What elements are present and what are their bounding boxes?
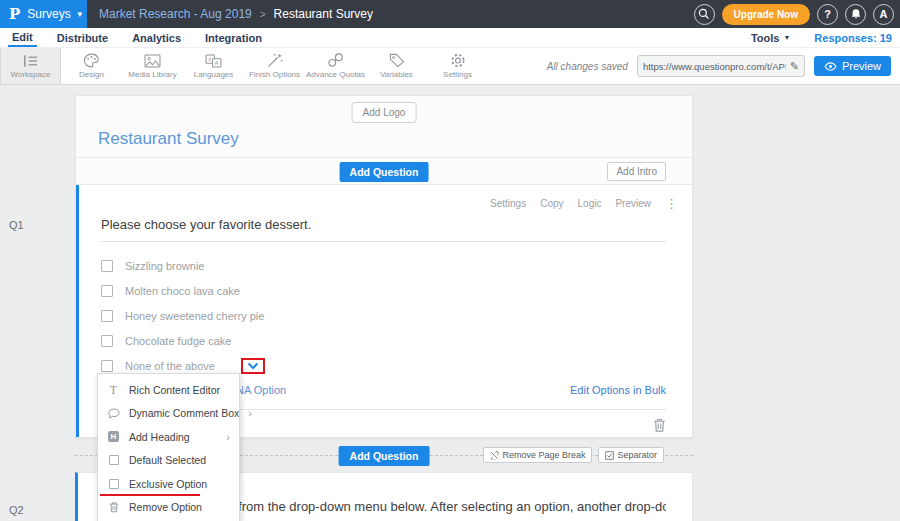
checkbox-icon bbox=[107, 479, 120, 489]
menu-item-add-heading[interactable]: H Add Heading › bbox=[98, 425, 239, 449]
option-row: Molten choco lava cake bbox=[101, 284, 666, 297]
na-option-link[interactable]: NA Option bbox=[236, 384, 286, 396]
tab-integration[interactable]: Integration bbox=[201, 28, 266, 47]
chevron-down-icon: ▼ bbox=[783, 34, 790, 41]
edit-options-in-bulk-link[interactable]: Edit Options in Bulk bbox=[570, 384, 666, 396]
checkbox[interactable] bbox=[101, 310, 113, 322]
editor-toolbar: Workspace Design Media Library xA Langua… bbox=[0, 48, 900, 85]
option-menu-toggle-annotated[interactable] bbox=[241, 358, 265, 374]
breadcrumb: Market Research - Aug 2019 > Restaurant … bbox=[99, 7, 373, 21]
edit-url-icon[interactable]: ✎ bbox=[790, 60, 799, 73]
add-logo-button[interactable]: Add Logo bbox=[352, 102, 417, 123]
checkbox[interactable] bbox=[101, 285, 113, 297]
trash-icon bbox=[107, 501, 120, 513]
workspace-icon bbox=[22, 54, 39, 68]
topbar-actions: Upgrade Now ? A bbox=[694, 0, 894, 28]
checkbox-icon bbox=[107, 455, 120, 465]
notifications-button[interactable] bbox=[845, 4, 866, 25]
survey-url-value: https://www.questionpro.com/t/APNrFZ bbox=[643, 61, 786, 72]
survey-title[interactable]: Restaurant Survey bbox=[98, 129, 239, 149]
menu-item-exclusive-option[interactable]: Exclusive Option bbox=[98, 472, 239, 496]
question-settings-link[interactable]: Settings bbox=[490, 198, 526, 209]
avatar[interactable]: A bbox=[873, 4, 894, 25]
remove-page-break-button[interactable]: Remove Page Break bbox=[483, 447, 592, 463]
option-label[interactable]: Molten choco lava cake bbox=[125, 285, 240, 297]
toolbar-item-finish-options[interactable]: Finish Options bbox=[244, 48, 305, 84]
breadcrumb-parent[interactable]: Market Research - Aug 2019 bbox=[99, 7, 252, 21]
option-context-menu: T Rich Content Editor Dynamic Comment Bo… bbox=[97, 373, 240, 521]
preview-button[interactable]: Preview bbox=[814, 56, 891, 76]
submenu-arrow-icon: › bbox=[226, 431, 230, 443]
heading-icon: H bbox=[107, 431, 120, 442]
option-label[interactable]: Honey sweetened cherry pie bbox=[125, 310, 264, 322]
questionpro-survey-editor: P Surveys ▼ Market Research - Aug 2019 >… bbox=[0, 0, 900, 521]
checkbox-checked-icon bbox=[605, 451, 614, 460]
question-text-q1[interactable]: Please choose your favorite dessert. bbox=[101, 185, 666, 242]
translate-icon: xA bbox=[205, 54, 222, 68]
option-label[interactable]: Sizzling brownie bbox=[125, 260, 204, 272]
tab-edit[interactable]: Edit bbox=[8, 28, 37, 47]
question-preview-link[interactable]: Preview bbox=[615, 198, 651, 209]
add-question-button-top[interactable]: Add Question bbox=[340, 162, 429, 182]
question-number-q1: Q1 bbox=[9, 219, 24, 231]
tab-distribute[interactable]: Distribute bbox=[53, 28, 112, 47]
answer-options: Sizzling brownie Molten choco lava cake … bbox=[101, 259, 666, 372]
search-button[interactable] bbox=[694, 4, 715, 25]
toolbar-item-workspace[interactable]: Workspace bbox=[0, 48, 61, 84]
chain-links-icon bbox=[327, 53, 344, 68]
question-copy-link[interactable]: Copy bbox=[540, 198, 563, 209]
toolbar-item-settings[interactable]: Settings bbox=[427, 48, 488, 84]
responses-link[interactable]: Responses: 19 bbox=[814, 32, 892, 44]
checkbox[interactable] bbox=[101, 360, 113, 372]
option-row: None of the above bbox=[101, 359, 666, 372]
surveys-menu[interactable]: P Surveys ▼ bbox=[0, 0, 87, 28]
add-intro-button[interactable]: Add Intro bbox=[607, 162, 666, 181]
text-format-icon: T bbox=[107, 384, 120, 396]
toolbar-item-languages[interactable]: xA Languages bbox=[183, 48, 244, 84]
submenu-arrow-icon: › bbox=[248, 407, 252, 419]
add-question-button-pagebreak[interactable]: Add Question bbox=[339, 446, 430, 466]
eye-icon bbox=[824, 62, 837, 71]
help-button[interactable]: ? bbox=[817, 4, 838, 25]
chevron-down-icon: ▼ bbox=[76, 10, 84, 19]
toolbar-item-variables[interactable]: Variables bbox=[366, 48, 427, 84]
tag-icon bbox=[389, 53, 405, 68]
question-number-q2: Q2 bbox=[9, 504, 24, 516]
unlink-icon bbox=[490, 451, 499, 460]
top-bar: P Surveys ▼ Market Research - Aug 2019 >… bbox=[0, 0, 900, 28]
tools-menu[interactable]: Tools ▼ bbox=[751, 32, 790, 44]
survey-url-field[interactable]: https://www.questionpro.com/t/APNrFZ ✎ bbox=[637, 55, 805, 77]
main-nav: Edit Distribute Analytics Integration To… bbox=[0, 28, 900, 48]
toolbar-item-advance-quotas[interactable]: Advance Quotas bbox=[305, 48, 366, 84]
page-break-controls: Remove Page Break Separator bbox=[483, 447, 664, 463]
checkbox[interactable] bbox=[101, 335, 113, 347]
svg-text:x: x bbox=[208, 56, 211, 62]
nav-right: Tools ▼ Responses: 19 bbox=[751, 28, 892, 47]
trash-icon bbox=[653, 418, 666, 432]
toolbar-item-media-library[interactable]: Media Library bbox=[122, 48, 183, 84]
menu-item-dynamic-comment-box[interactable]: Dynamic Comment Box › bbox=[98, 402, 239, 426]
separator-button[interactable]: Separator bbox=[598, 447, 664, 463]
surveys-menu-label: Surveys ▼ bbox=[27, 7, 83, 21]
menu-item-rich-content-editor[interactable]: T Rich Content Editor bbox=[98, 378, 239, 402]
editor-canvas: Q1 Q2 Add Logo Restaurant Survey Add Que… bbox=[0, 85, 900, 521]
question-logic-link[interactable]: Logic bbox=[578, 198, 602, 209]
palette-icon bbox=[83, 53, 100, 68]
checkbox[interactable] bbox=[101, 260, 113, 272]
option-row: Sizzling brownie bbox=[101, 259, 666, 272]
option-label[interactable]: Chocolate fudge cake bbox=[125, 335, 231, 347]
delete-question-button[interactable] bbox=[653, 418, 666, 436]
kebab-menu-icon[interactable]: ⋮ bbox=[665, 197, 678, 210]
gear-icon bbox=[450, 53, 466, 68]
survey-action-row: Add Question Add Intro bbox=[76, 158, 692, 185]
option-label[interactable]: None of the above bbox=[125, 360, 215, 372]
search-icon bbox=[698, 8, 710, 20]
comment-bubble-icon bbox=[107, 408, 120, 419]
upgrade-now-button[interactable]: Upgrade Now bbox=[722, 4, 810, 25]
toolbar-item-design[interactable]: Design bbox=[61, 48, 122, 84]
tab-analytics[interactable]: Analytics bbox=[128, 28, 185, 47]
survey-header: Add Logo Restaurant Survey bbox=[76, 96, 692, 158]
menu-item-default-selected[interactable]: Default Selected bbox=[98, 449, 239, 473]
menu-item-remove-option[interactable]: Remove Option bbox=[98, 496, 239, 520]
toolbar-right: All changes saved https://www.questionpr… bbox=[547, 48, 891, 84]
